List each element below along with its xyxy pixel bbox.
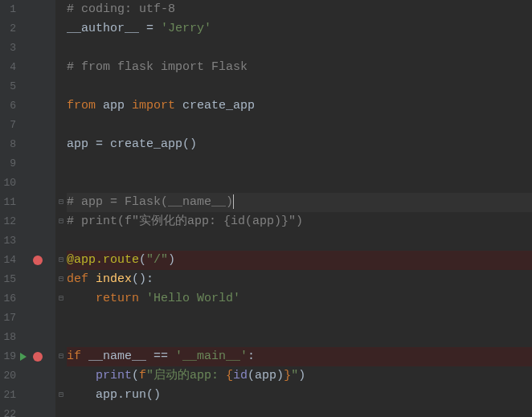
line-number: 12 xyxy=(0,212,18,231)
gutter-row[interactable]: 8 xyxy=(0,135,55,154)
gutter-row[interactable]: 9 xyxy=(0,154,55,174)
fold-icon[interactable]: ⊟ xyxy=(57,251,65,270)
breakpoint-icon[interactable] xyxy=(33,256,43,265)
run-column xyxy=(18,353,29,361)
code-token: ( xyxy=(139,251,146,270)
code-token: __name__ == xyxy=(88,347,175,366)
gutter-row[interactable]: 4 xyxy=(0,58,55,77)
fold-icon[interactable]: ⊟ xyxy=(57,270,65,289)
code-line[interactable] xyxy=(67,328,532,347)
code-token: # app = Flask(__name__) xyxy=(67,193,233,212)
code-line[interactable]: # coding: utf-8 xyxy=(67,0,532,19)
code-token: "/" xyxy=(146,251,168,270)
code-line[interactable] xyxy=(67,231,532,251)
text-cursor xyxy=(233,194,234,209)
code-token xyxy=(67,366,96,386)
gutter-row[interactable]: 14 xyxy=(0,251,55,270)
code-token: app xyxy=(103,96,132,116)
code-line[interactable]: print(f"启动的app: {id(app)}") xyxy=(67,366,532,386)
code-token: create_app xyxy=(182,96,255,116)
code-token: index xyxy=(96,270,132,289)
breakpoint-column[interactable] xyxy=(29,256,47,265)
code-line[interactable] xyxy=(67,405,532,417)
code-token: import xyxy=(132,96,182,116)
code-line[interactable] xyxy=(67,309,532,328)
line-number: 16 xyxy=(0,289,18,309)
gutter-row[interactable]: 12 xyxy=(0,212,55,231)
code-line[interactable]: ⊟ return 'Hello World' xyxy=(67,289,532,309)
code-token: 'Hello World' xyxy=(146,289,240,309)
code-token: ) xyxy=(168,251,175,270)
line-number: 11 xyxy=(0,193,18,212)
gutter-row[interactable]: 1 xyxy=(0,0,55,19)
code-token xyxy=(67,289,96,309)
line-number: 7 xyxy=(0,116,18,135)
code-token: # from flask import Flask xyxy=(67,58,248,77)
fold-icon[interactable]: ⊟ xyxy=(57,347,65,366)
code-token: ( xyxy=(132,366,139,386)
gutter-row[interactable]: 22 xyxy=(0,405,55,417)
line-number: 19 xyxy=(0,347,18,366)
code-line[interactable]: ⊟def index(): xyxy=(67,270,532,289)
code-line[interactable]: ⊟ app.run() xyxy=(67,386,532,405)
line-number: 4 xyxy=(0,58,18,77)
code-token: (): xyxy=(132,270,153,289)
code-line[interactable]: from app import create_app xyxy=(67,96,532,116)
code-area[interactable]: # coding: utf-8__author__ = 'Jerry'# fro… xyxy=(55,0,532,417)
code-token: } xyxy=(284,366,291,386)
code-line[interactable]: __author__ = 'Jerry' xyxy=(67,19,532,39)
code-line[interactable] xyxy=(67,77,532,96)
line-number: 13 xyxy=(0,231,18,251)
code-line[interactable] xyxy=(67,116,532,135)
line-number: 9 xyxy=(0,154,18,174)
gutter-row[interactable]: 20 xyxy=(0,366,55,386)
fold-icon[interactable]: ⊟ xyxy=(57,289,65,309)
code-line[interactable]: app = create_app() xyxy=(67,135,532,154)
code-line[interactable]: ⊟# app = Flask(__name__) xyxy=(67,193,532,212)
code-token: # coding: utf-8 xyxy=(67,0,175,19)
gutter[interactable]: 12345678910111213141516171819202122 xyxy=(0,0,55,417)
code-token: if xyxy=(67,347,88,366)
code-line[interactable]: # from flask import Flask xyxy=(67,58,532,77)
gutter-row[interactable]: 10 xyxy=(0,174,55,193)
gutter-row[interactable]: 3 xyxy=(0,39,55,58)
gutter-row[interactable]: 18 xyxy=(0,328,55,347)
code-token: __author__ xyxy=(67,19,146,39)
code-line[interactable]: ⊟@app.route("/") xyxy=(67,251,532,270)
code-token: " xyxy=(291,366,298,386)
gutter-row[interactable]: 7 xyxy=(0,116,55,135)
fold-icon[interactable]: ⊟ xyxy=(57,193,65,212)
gutter-row[interactable]: 5 xyxy=(0,77,55,96)
code-line[interactable]: ⊟# print(f"实例化的app: {id(app)}") xyxy=(67,212,532,231)
code-token: : xyxy=(248,347,255,366)
code-token: 'Jerry' xyxy=(161,19,211,39)
gutter-row[interactable]: 16 xyxy=(0,289,55,309)
code-token: return xyxy=(96,289,146,309)
code-line[interactable] xyxy=(67,154,532,174)
code-token: ) xyxy=(298,366,305,386)
gutter-row[interactable]: 2 xyxy=(0,19,55,39)
gutter-row[interactable]: 15 xyxy=(0,270,55,289)
gutter-row[interactable]: 6 xyxy=(0,96,55,116)
line-number: 3 xyxy=(0,39,18,58)
code-token: { xyxy=(226,366,233,386)
line-number: 22 xyxy=(0,405,18,417)
line-number: 2 xyxy=(0,19,18,39)
line-number: 17 xyxy=(0,309,18,328)
gutter-row[interactable]: 19 xyxy=(0,347,55,366)
gutter-row[interactable]: 13 xyxy=(0,231,55,251)
code-line[interactable] xyxy=(67,39,532,58)
line-number: 10 xyxy=(0,174,18,193)
fold-icon[interactable]: ⊟ xyxy=(57,386,65,405)
code-token: from xyxy=(67,96,103,116)
gutter-row[interactable]: 21 xyxy=(0,386,55,405)
code-token: def xyxy=(67,270,96,289)
code-line[interactable] xyxy=(67,174,532,193)
breakpoint-icon[interactable] xyxy=(33,352,43,362)
gutter-row[interactable]: 11 xyxy=(0,193,55,212)
fold-icon[interactable]: ⊟ xyxy=(57,212,65,231)
run-arrow-icon[interactable] xyxy=(20,353,27,361)
code-line[interactable]: ⊟if __name__ == '__main__': xyxy=(67,347,532,366)
breakpoint-column[interactable] xyxy=(29,352,47,362)
gutter-row[interactable]: 17 xyxy=(0,309,55,328)
